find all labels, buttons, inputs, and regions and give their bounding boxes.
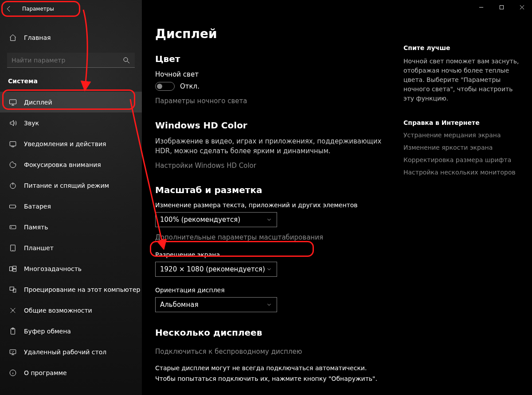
night-light-state: Откл. (180, 82, 200, 90)
resolution-label: Разрешение экрана (155, 251, 390, 258)
section-scale-heading: Масштаб и разметка (155, 185, 390, 195)
resolution-dropdown[interactable]: 1920 × 1080 (рекомендуется) (155, 262, 277, 277)
chevron-down-icon (266, 266, 272, 272)
power-icon (9, 182, 17, 190)
sidebar-item-label: Уведомления и действия (24, 140, 106, 147)
sidebar-item-label: Удаленный рабочий стол (24, 349, 106, 356)
sidebar-item-label: Память (24, 224, 48, 231)
storage-icon (9, 223, 17, 231)
project-icon (9, 286, 17, 294)
right-column: Спите лучше Ночной свет поможет вам засн… (403, 0, 532, 395)
sidebar-item-label: Общие возможности (24, 307, 92, 314)
resolution-value: 1920 × 1080 (рекомендуется) (160, 265, 265, 273)
sidebar-item-storage[interactable]: Память (0, 217, 142, 237)
sidebar-item-focus[interactable]: Фокусировка внимания (0, 154, 142, 175)
svg-rect-18 (500, 5, 503, 9)
sidebar-item-label: Дисплей (24, 99, 52, 106)
orientation-label: Ориентация дисплея (155, 287, 390, 294)
help-link[interactable]: Изменение яркости экрана (403, 144, 521, 151)
sleep-better-heading: Спите лучше (403, 44, 521, 51)
shared-icon (9, 306, 17, 314)
sidebar-item-notif[interactable]: Уведомления и действия (0, 133, 142, 154)
sidebar-item-label: Батарея (24, 203, 51, 210)
svg-point-6 (11, 227, 12, 228)
titlebar-title: Параметры (22, 6, 54, 12)
window-controls (471, 0, 532, 14)
multi-desc-1: Старые дисплеи могут не всегда подключат… (155, 364, 390, 372)
sleep-better-desc: Ночной свет поможет вам заснуть, отображ… (403, 57, 521, 103)
svg-rect-10 (13, 269, 16, 271)
sidebar-item-project[interactable]: Проецирование на этот компьютер (0, 279, 142, 300)
night-light-settings-link[interactable]: Параметры ночного света (155, 97, 247, 105)
orientation-dropdown[interactable]: Альбомная (155, 297, 277, 312)
svg-point-13 (12, 310, 14, 311)
search-input[interactable] (7, 53, 135, 68)
battery-icon (9, 202, 17, 210)
svg-rect-8 (10, 267, 12, 271)
sidebar-item-battery[interactable]: Батарея (0, 196, 142, 217)
sound-icon (9, 119, 17, 127)
sidebar-nav: ДисплейЗвукУведомления и действияФокусир… (0, 92, 142, 383)
sidebar-item-clipboard[interactable]: Буфер обмена (0, 321, 142, 341)
hdcolor-desc: Изображение в видео, играх и приложениях… (155, 137, 390, 156)
svg-rect-4 (10, 205, 16, 208)
sidebar-item-multitask[interactable]: Многозадачность (0, 258, 142, 279)
night-light-toggle[interactable] (155, 82, 175, 91)
sidebar-item-label: О программе (24, 369, 67, 376)
chevron-down-icon (266, 302, 272, 308)
sidebar-section-label: Система (8, 77, 142, 85)
sidebar-item-shared[interactable]: Общие возможности (0, 300, 142, 321)
help-link[interactable]: Устранение мерцания экрана (403, 132, 521, 139)
svg-point-0 (124, 58, 128, 62)
section-hdcolor-heading: Windows HD Color (155, 120, 390, 131)
minimize-button[interactable] (471, 0, 491, 14)
tablet-icon (9, 244, 17, 252)
maximize-button[interactable] (491, 0, 512, 14)
scale-size-dropdown[interactable]: 100% (рекомендуется) (155, 212, 277, 227)
help-link[interactable]: Корректировка размера шрифта (403, 156, 521, 163)
sidebar-item-label: Фокусировка внимания (24, 161, 101, 168)
about-icon (9, 369, 17, 377)
notif-icon (9, 140, 17, 148)
chevron-down-icon (266, 217, 272, 223)
orientation-value: Альбомная (160, 301, 198, 309)
hdcolor-settings-link[interactable]: Настройки Windows HD Color (155, 162, 256, 170)
sidebar-item-sound[interactable]: Звук (0, 112, 142, 133)
content: Дисплей Цвет Ночной свет Откл. Параметры… (142, 0, 532, 395)
scale-size-value: 100% (рекомендуется) (160, 216, 240, 224)
sidebar-item-remote[interactable]: Удаленный рабочий стол (0, 341, 142, 362)
sidebar-item-label: Питание и спящий режим (24, 182, 109, 189)
sidebar-home[interactable]: Главная (0, 29, 142, 46)
wireless-display-link[interactable]: Подключиться к беспроводному дисплею (155, 348, 302, 356)
arrow-left-icon (5, 5, 13, 13)
svg-rect-9 (13, 266, 16, 268)
help-link[interactable]: Настройка нескольких мониторов (403, 169, 521, 176)
sidebar-item-label: Планшет (24, 244, 54, 252)
back-button[interactable] (0, 0, 18, 18)
sidebar: Параметры Главная Система ДисплейЗвукУве… (0, 0, 142, 395)
titlebar: Параметры (0, 0, 142, 18)
sidebar-item-about[interactable]: О программе (0, 362, 142, 383)
section-color-heading: Цвет (155, 54, 390, 64)
sidebar-item-label: Проецирование на этот компьютер (24, 286, 140, 293)
clipboard-icon (9, 327, 17, 335)
sidebar-item-label: Звук (24, 120, 39, 127)
display-icon (9, 98, 17, 106)
scale-advanced-link[interactable]: Дополнительные параметры масштабирования (155, 233, 323, 241)
close-button[interactable] (512, 0, 532, 14)
sidebar-item-power[interactable]: Питание и спящий режим (0, 175, 142, 196)
svg-rect-16 (10, 349, 16, 353)
svg-rect-12 (13, 289, 16, 292)
search-icon (122, 56, 130, 64)
focus-icon (9, 161, 17, 169)
svg-rect-1 (10, 100, 16, 104)
sidebar-item-tablet[interactable]: Планшет (0, 237, 142, 258)
night-light-label: Ночной свет (155, 70, 390, 78)
sidebar-item-display[interactable]: Дисплей (0, 92, 142, 112)
sidebar-item-label: Буфер обмена (24, 328, 71, 335)
search-wrap (7, 53, 135, 68)
svg-rect-2 (10, 141, 16, 146)
scale-size-label: Изменение размера текста, приложений и д… (155, 201, 390, 209)
sidebar-home-label: Главная (24, 34, 51, 41)
help-heading: Справка в Интернете (403, 119, 521, 126)
